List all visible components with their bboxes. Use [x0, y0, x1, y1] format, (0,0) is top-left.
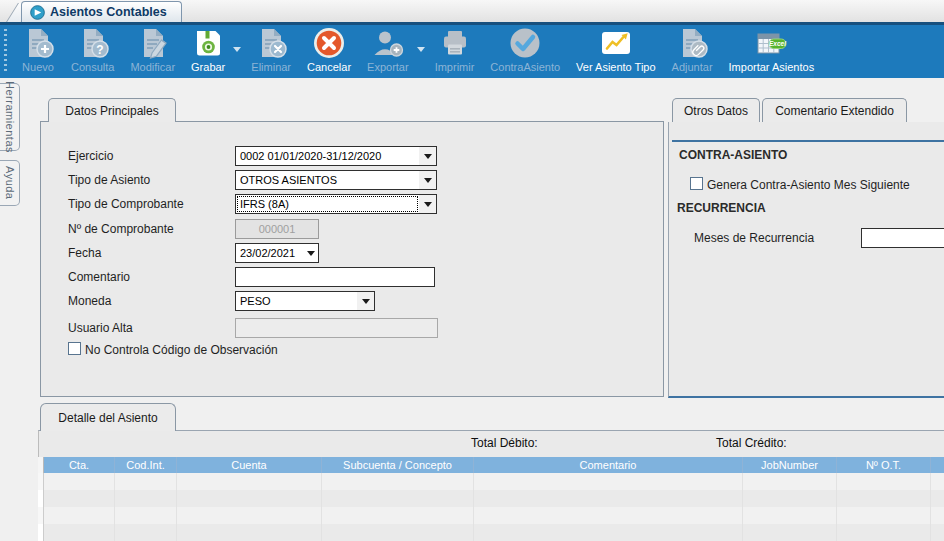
tipo-de-comprobante-dropdown-arrow-icon[interactable]: [419, 195, 436, 213]
column-header-nro-ot[interactable]: Nº O.T.: [837, 457, 931, 473]
table-row[interactable]: [38, 507, 944, 524]
fecha-datepicker[interactable]: 23/02/2021: [235, 243, 319, 263]
tab-datos-principales[interactable]: Datos Principales: [48, 98, 176, 122]
contraasiento-label: ContraAsiento: [490, 61, 560, 73]
adjuntar-icon: [675, 26, 709, 60]
ejercicio-dropdown-arrow-icon[interactable]: [419, 147, 436, 165]
importar-asientos-button[interactable]: Excel Importar Asientos: [721, 25, 823, 73]
cancelar-label: Cancelar: [307, 61, 351, 73]
imprimir-icon: [438, 26, 472, 60]
genera-contra-asiento-checkbox[interactable]: [690, 177, 703, 190]
fecha-value: 23/02/2021: [236, 244, 304, 262]
modificar-button[interactable]: Modificar: [122, 25, 183, 73]
adjuntar-button[interactable]: Adjuntar: [664, 25, 721, 73]
exportar-label: Exportar: [367, 61, 409, 73]
grabar-icon: [191, 26, 225, 60]
genera-contra-asiento-label: Genera Contra-Asiento Mes Siguiente: [707, 178, 910, 192]
grabar-button[interactable]: Grabar: [183, 25, 233, 73]
grabar-label: Grabar: [191, 61, 225, 73]
column-header-subcuenta-concepto[interactable]: Subcuenta / Concepto: [322, 457, 474, 473]
sidebar-tab-herramientas-label: Herramientas: [4, 81, 16, 153]
tipo-de-asiento-value: OTROS ASIENTOS: [236, 171, 419, 189]
nro-de-comprobante-field[interactable]: [235, 219, 319, 239]
tipo-de-asiento-label: Tipo de Asiento: [68, 173, 150, 187]
tab-detalle-del-asiento[interactable]: Detalle del Asiento: [40, 403, 176, 431]
modificar-icon: [136, 26, 170, 60]
tipo-de-comprobante-value: IFRS (8A): [236, 195, 419, 213]
tipo-de-comprobante-combobox[interactable]: IFRS (8A): [235, 194, 437, 214]
ver-asiento-tipo-button[interactable]: Ver Asiento Tipo: [568, 25, 664, 73]
ejercicio-combobox[interactable]: 0002 01/01/2020-31/12/2020: [235, 146, 437, 166]
table-row[interactable]: [38, 473, 944, 490]
column-header-cuenta[interactable]: Cuenta: [177, 457, 322, 473]
consulta-label: Consulta: [71, 61, 114, 73]
comentario-field[interactable]: [235, 267, 435, 287]
tab-comentario-extendido[interactable]: Comentario Extendido: [762, 98, 907, 122]
total-debito-label: Total Débito:: [471, 436, 538, 450]
cancelar-button[interactable]: Cancelar: [299, 25, 359, 73]
no-controla-codigo-label: No Controla Código de Observación: [85, 343, 278, 357]
exportar-dropdown-caret[interactable]: [417, 47, 425, 52]
sidebar-tab-ayuda[interactable]: Ayuda: [0, 160, 20, 206]
imprimir-label: Imprimir: [435, 61, 475, 73]
usuario-alta-field[interactable]: [235, 318, 438, 338]
ejercicio-label: Ejercicio: [68, 149, 113, 163]
column-header-overflow: [931, 457, 944, 473]
nro-de-comprobante-label: Nº de Comprobante: [68, 222, 174, 236]
column-header-jobnumber[interactable]: JobNumber: [743, 457, 837, 473]
sidebar-tab-ayuda-label: Ayuda: [4, 166, 16, 200]
tipo-de-asiento-combobox[interactable]: OTROS ASIENTOS: [235, 170, 437, 190]
contraasiento-icon: [508, 26, 542, 60]
column-header-comentario[interactable]: Comentario: [474, 457, 743, 473]
nuevo-button[interactable]: Nuevo: [13, 25, 63, 73]
meses-de-recurrencia-label: Meses de Recurrencia: [694, 231, 814, 245]
window-tab-title: Asientos Contables: [50, 5, 167, 19]
eliminar-label: Eliminar: [251, 61, 291, 73]
detalle-grid-header-row: Cta. Cod.Int. Cuenta Subcuenta / Concept…: [38, 457, 944, 473]
main-toolbar: Nuevo ? Consulta Modificar: [0, 25, 944, 78]
importar-asientos-label: Importar Asientos: [729, 61, 815, 73]
exportar-button[interactable]: Exportar: [359, 25, 417, 73]
asientos-contables-window: Asientos Contables Nuevo ? Consulta: [0, 0, 944, 541]
detalle-grid: Cta. Cod.Int. Cuenta Subcuenta / Concept…: [38, 457, 944, 541]
ver-asiento-tipo-icon: [599, 26, 633, 60]
svg-text:?: ?: [96, 43, 103, 57]
usuario-alta-label: Usuario Alta: [68, 321, 133, 335]
eliminar-icon: [254, 26, 288, 60]
otros-datos-top-rule: [672, 140, 944, 142]
eliminar-button[interactable]: Eliminar: [243, 25, 299, 73]
no-controla-codigo-checkbox[interactable]: [68, 342, 81, 355]
importar-asientos-excel-icon: Excel: [754, 26, 788, 60]
tab-otros-datos-label: Otros Datos: [684, 104, 748, 118]
window-tab-asientos-contables[interactable]: Asientos Contables: [21, 1, 182, 22]
cancelar-icon: [312, 26, 346, 60]
contraasiento-button[interactable]: ContraAsiento: [482, 25, 568, 73]
column-header-cta[interactable]: Cta.: [44, 457, 115, 473]
table-row[interactable]: [38, 490, 944, 507]
grabar-dropdown-caret[interactable]: [233, 47, 241, 52]
fecha-dropdown-arrow-icon[interactable]: [304, 244, 318, 262]
total-credito-label: Total Crédito:: [716, 436, 787, 450]
imprimir-button[interactable]: Imprimir: [427, 25, 483, 73]
app-logo-icon: [30, 5, 45, 20]
moneda-value: PESO: [236, 292, 357, 310]
modificar-label: Modificar: [130, 61, 175, 73]
tab-detalle-del-asiento-label: Detalle del Asiento: [58, 411, 157, 425]
comentario-label: Comentario: [68, 270, 130, 284]
column-header-cod-int[interactable]: Cod.Int.: [115, 457, 177, 473]
tipo-de-comprobante-label: Tipo de Comprobante: [68, 197, 184, 211]
sidebar-tab-herramientas[interactable]: Herramientas: [0, 83, 20, 151]
tab-comentario-extendido-label: Comentario Extendido: [775, 104, 894, 118]
adjuntar-label: Adjuntar: [672, 61, 713, 73]
excel-badge-label: Excel: [769, 40, 786, 47]
moneda-dropdown-arrow-icon[interactable]: [357, 292, 374, 310]
consulta-button[interactable]: ? Consulta: [63, 25, 122, 73]
tipo-de-asiento-dropdown-arrow-icon[interactable]: [419, 171, 436, 189]
toolbar-grip-handle[interactable]: [4, 29, 7, 73]
tab-otros-datos[interactable]: Otros Datos: [672, 98, 760, 122]
ver-asiento-tipo-label: Ver Asiento Tipo: [576, 61, 656, 73]
moneda-combobox[interactable]: PESO: [235, 291, 375, 311]
moneda-label: Moneda: [68, 294, 111, 308]
meses-de-recurrencia-field[interactable]: [861, 228, 944, 248]
table-row[interactable]: [38, 524, 944, 541]
